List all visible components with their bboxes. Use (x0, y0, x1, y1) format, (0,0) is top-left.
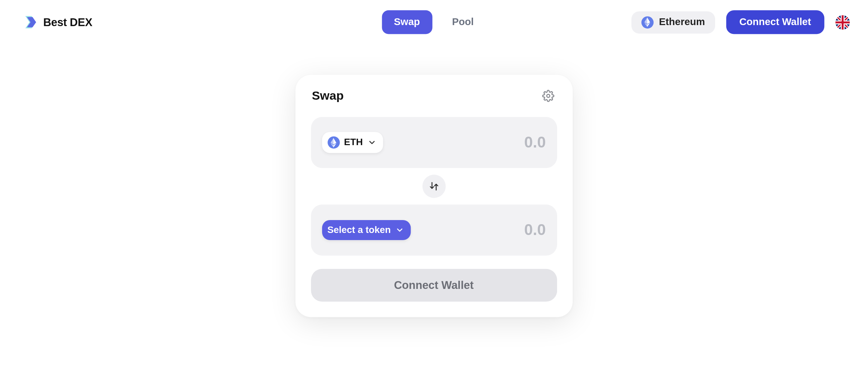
nav-swap[interactable]: Swap (382, 10, 432, 34)
swap-connect-wallet-button[interactable]: Connect Wallet (311, 269, 557, 301)
header: Best DEX Swap Pool Ethereum Connect Wall… (0, 0, 868, 44)
swap-direction-row (311, 175, 557, 198)
swap-arrows-icon (429, 181, 439, 191)
connect-wallet-button[interactable]: Connect Wallet (726, 10, 824, 34)
gear-icon (542, 90, 554, 102)
from-token-symbol: ETH (344, 137, 363, 148)
chevron-down-icon (367, 138, 376, 147)
swap-direction-button[interactable] (422, 175, 446, 198)
network-name: Ethereum (659, 16, 705, 28)
swap-card-header: Swap (311, 88, 557, 104)
ethereum-icon (641, 16, 653, 28)
main-nav: Swap Pool (382, 10, 486, 34)
svg-point-2 (547, 94, 550, 97)
swap-card: Swap ETH (295, 75, 572, 317)
from-token-selector[interactable]: ETH (322, 132, 383, 153)
to-token-row: Select a token (311, 204, 557, 255)
ethereum-icon (327, 136, 339, 149)
to-amount-input[interactable] (446, 221, 546, 239)
settings-button[interactable] (540, 88, 556, 104)
logo[interactable]: Best DEX (22, 15, 92, 30)
network-selector[interactable]: Ethereum (631, 11, 715, 33)
swap-card-title: Swap (312, 89, 344, 103)
uk-flag-icon (835, 15, 850, 30)
to-token-select-label: Select a token (327, 224, 391, 236)
from-amount-input[interactable] (446, 134, 546, 151)
app-title: Best DEX (43, 16, 93, 29)
header-right: Ethereum Connect Wallet (631, 10, 850, 34)
from-token-row: ETH (311, 117, 557, 168)
chevron-down-icon (395, 225, 404, 234)
nav-pool[interactable]: Pool (440, 10, 486, 34)
language-selector[interactable] (835, 15, 850, 30)
to-token-selector[interactable]: Select a token (322, 220, 411, 240)
logo-icon (22, 15, 39, 30)
